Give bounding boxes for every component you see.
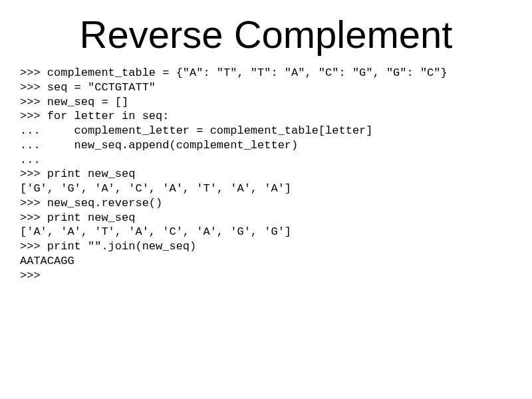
page-title: Reverse Complement (20, 12, 512, 57)
slide: Reverse Complement >>> complement_table … (0, 0, 532, 399)
code-block: >>> complement_table = {"A": "T", "T": "… (20, 66, 512, 283)
